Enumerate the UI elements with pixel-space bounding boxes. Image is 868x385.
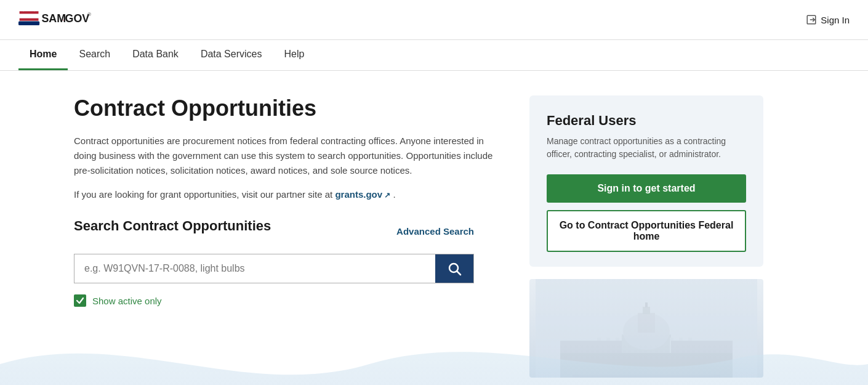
description-text: Contract opportunities are procurement n… (74, 134, 505, 178)
svg-point-5 (33, 9, 35, 11)
site-header: SAM · GOV ® Sign In (0, 0, 868, 40)
capitol-illustration (529, 279, 763, 378)
svg-rect-0 (20, 11, 39, 14)
sam-gov-logo[interactable]: SAM · GOV ® (18, 6, 98, 34)
svg-point-4 (28, 8, 30, 10)
left-content: Contract Opportunities Contract opportun… (74, 89, 505, 385)
go-to-federal-home-button[interactable]: Go to Contract Opportunities Federal hom… (547, 210, 746, 252)
sign-in-icon (806, 14, 817, 25)
svg-point-3 (23, 9, 25, 11)
logo-area: SAM · GOV ® (18, 6, 98, 34)
nav-item-data-services[interactable]: Data Services (190, 40, 273, 70)
show-active-label[interactable]: Show active only (92, 296, 162, 306)
svg-rect-1 (20, 14, 39, 17)
svg-rect-29 (671, 341, 733, 353)
right-panel: Federal Users Manage contract opportunit… (529, 89, 763, 385)
grants-gov-link[interactable]: grants.gov (335, 189, 390, 200)
search-row (74, 254, 474, 283)
main-nav: Home Search Data Bank Data Services Help (0, 40, 868, 71)
show-active-checkbox[interactable] (74, 294, 86, 307)
federal-card-title: Federal Users (547, 113, 746, 129)
svg-text:GOV: GOV (65, 12, 90, 25)
search-header-row: Search Contract Opportunities Advanced S… (74, 218, 474, 244)
grants-text-prefix: If you are looking for grant opportuniti… (74, 189, 332, 200)
federal-card-desc: Manage contract opportunities as a contr… (547, 135, 746, 161)
svg-rect-20 (643, 307, 650, 314)
checkbox-row: Show active only (74, 294, 505, 307)
check-icon (76, 296, 84, 305)
nav-item-data-bank[interactable]: Data Bank (121, 40, 190, 70)
federal-users-card: Federal Users Manage contract opportunit… (529, 95, 763, 267)
advanced-search-link[interactable]: Advanced Search (396, 226, 474, 237)
svg-line-14 (457, 272, 461, 275)
search-input[interactable] (74, 254, 435, 283)
page-title: Contract Opportunities (74, 95, 505, 121)
svg-text:·: · (63, 16, 65, 23)
svg-rect-28 (560, 341, 622, 353)
search-icon (447, 261, 462, 276)
capitol-svg (536, 279, 757, 378)
search-button[interactable] (435, 254, 473, 283)
svg-text:®: ® (87, 12, 91, 17)
search-section-title: Search Contract Opportunities (74, 218, 271, 234)
sign-in-button[interactable]: Sign In (806, 14, 850, 25)
nav-item-search[interactable]: Search (68, 40, 121, 70)
grants-link-text: If you are looking for grant opportuniti… (74, 189, 505, 200)
svg-rect-31 (579, 373, 714, 375)
svg-rect-19 (638, 313, 655, 333)
svg-rect-2 (20, 18, 39, 20)
svg-rect-21 (645, 302, 648, 307)
main-container: Contract Opportunities Contract opportun… (0, 71, 868, 385)
grants-text-suffix: . (393, 189, 396, 200)
nav-item-help[interactable]: Help (273, 40, 315, 70)
sign-in-label: Sign In (821, 15, 850, 25)
nav-item-home[interactable]: Home (18, 40, 68, 70)
sign-in-get-started-button[interactable]: Sign in to get started (547, 174, 746, 203)
svg-rect-6 (18, 21, 39, 25)
